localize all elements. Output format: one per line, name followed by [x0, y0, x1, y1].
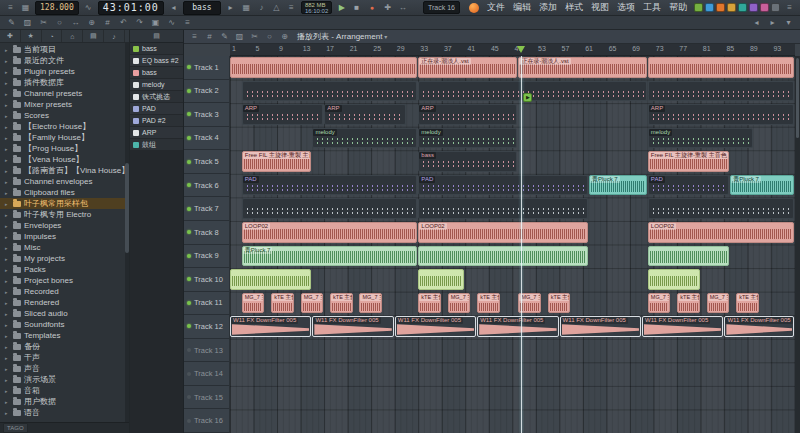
arrow-left-icon[interactable]: ◂ [750, 17, 763, 29]
clip[interactable]: kTE 主音 [548, 293, 571, 314]
track-header[interactable]: Track 15 [184, 386, 229, 410]
clip[interactable] [648, 81, 794, 102]
clip[interactable]: W11 FX DownFilter 005 [642, 316, 723, 337]
track-header[interactable]: Track 3 [184, 103, 229, 127]
track-header[interactable]: Track 7 [184, 197, 229, 221]
clip[interactable]: Free FIL 主旋律-重製 主音色 主題 [242, 151, 312, 172]
browser-item[interactable]: ▸Envelopes [0, 220, 129, 231]
track-led-icon[interactable] [187, 183, 191, 187]
track-header[interactable]: Track 4 [184, 127, 229, 151]
toolbar-shortcut-icon[interactable] [705, 3, 714, 12]
mute-icon[interactable]: ○ [53, 17, 66, 29]
clip[interactable]: 青Pluck 7 [589, 175, 647, 196]
clip[interactable]: MG_7 主音 [707, 293, 730, 314]
clip[interactable]: 正在录-潮淡人.vst [518, 57, 646, 78]
track-header[interactable]: Track 9 [184, 245, 229, 269]
track-led-icon[interactable] [187, 207, 191, 211]
browser-item[interactable]: ▸Channel envelopes [0, 176, 129, 187]
browser-item[interactable]: ▸叶子枫专用 Electro [0, 209, 129, 220]
browser-item[interactable]: ▸Plugin presets [0, 66, 129, 77]
pattern-item[interactable]: bass [130, 67, 183, 79]
slip-icon[interactable]: ↔ [69, 17, 82, 29]
browser-item[interactable]: ▸演示场景 [0, 374, 129, 385]
track-led-icon[interactable] [187, 324, 191, 328]
track-led-icon[interactable] [187, 160, 191, 164]
clip[interactable]: W11 FX DownFilter 005 [477, 316, 558, 337]
more-menu-icon[interactable]: ≡ [783, 2, 796, 14]
track-header[interactable]: Track 10 [184, 268, 229, 292]
menu-item[interactable]: 帮助 [665, 0, 691, 15]
clip[interactable]: melody [312, 128, 417, 149]
toolbar-shortcut-icon[interactable] [749, 3, 758, 12]
clip[interactable]: PAD [648, 175, 729, 196]
playhead-marker-icon[interactable] [517, 46, 525, 53]
toolbar-shortcut-icon[interactable] [760, 3, 769, 12]
slip-icon[interactable]: ↔ [396, 2, 409, 14]
clip[interactable]: W11 FX DownFilter 005 [230, 316, 311, 337]
timeline-ruler[interactable]: 1591317212529333741454953576165697377818… [230, 44, 795, 56]
playlist-scrollbar[interactable] [795, 56, 800, 433]
browser-item[interactable]: ▸最近的文件 [0, 55, 129, 66]
undo-icon[interactable]: ↶ [117, 17, 130, 29]
browser-item[interactable]: ▸声音 [0, 363, 129, 374]
clip[interactable]: W11 FX DownFilter 005 [560, 316, 641, 337]
track-header[interactable]: Track 6 [184, 174, 229, 198]
track-header[interactable]: Track 11 [184, 292, 229, 316]
clip[interactable]: melody [418, 128, 517, 149]
clip[interactable]: 青Pluck 7 [242, 246, 418, 267]
clip[interactable]: LOOP02 [242, 222, 418, 243]
track-header[interactable]: Track 12 [184, 315, 229, 339]
folder-icon[interactable]: ▤ [83, 30, 104, 42]
browser-scroll-thumb[interactable] [125, 163, 129, 253]
browser-item[interactable]: ▸Scores [0, 110, 129, 121]
plus-icon[interactable]: ✚ [0, 30, 21, 42]
plus-icon[interactable]: ✚ [381, 2, 394, 14]
clip[interactable]: ARP [648, 104, 794, 125]
clip[interactable] [230, 57, 417, 78]
pattern-item[interactable]: bass [130, 43, 183, 55]
zoom-icon[interactable]: ⊕ [278, 31, 291, 43]
toolbar-shortcut-icon[interactable] [771, 3, 780, 12]
clip[interactable]: MG_7 主音 [359, 293, 382, 314]
clip[interactable] [648, 198, 794, 219]
pattern-item[interactable]: PAD #2 [130, 115, 183, 127]
clip[interactable]: 正在录-潮淡人.vst [418, 57, 517, 78]
clip[interactable]: kTE 主音 [330, 293, 353, 314]
browser-item[interactable]: ▸备份 [0, 341, 129, 352]
menu-item[interactable]: 添加 [535, 0, 561, 15]
browser-item[interactable]: ▸Impulses [0, 231, 129, 242]
cut-icon[interactable]: ✂ [248, 31, 261, 43]
browser-item[interactable]: ▸Project bones [0, 275, 129, 286]
arrow-right-icon[interactable]: ▸ [766, 17, 779, 29]
pattern-selector[interactable]: bass [183, 1, 221, 15]
clip[interactable] [230, 269, 311, 290]
browser-item[interactable]: ▸Packs [0, 264, 129, 275]
browser-item[interactable]: ▸当前项目 [0, 44, 129, 55]
menu-item[interactable]: 样式 [561, 0, 587, 15]
clip[interactable]: ARP [324, 104, 405, 125]
browser-item[interactable]: ▸插件数据库 [0, 77, 129, 88]
playmarker-icon[interactable]: ▶ [523, 93, 532, 102]
clip[interactable]: MG_7 主音 [448, 293, 471, 314]
track-header[interactable]: Track 16 [184, 409, 229, 433]
clip[interactable] [648, 246, 729, 267]
caret-down-icon[interactable]: ▾ [782, 17, 795, 29]
track-header[interactable]: Track 5 [184, 150, 229, 174]
clip[interactable] [418, 198, 588, 219]
browser-item[interactable]: ▸Mixer presets [0, 99, 129, 110]
track-led-icon[interactable] [187, 372, 191, 376]
pencil-icon[interactable]: ✎ [5, 17, 18, 29]
pattern-item[interactable]: melody [130, 79, 183, 91]
snap-icon[interactable]: # [203, 31, 216, 43]
clip[interactable]: PAD [242, 175, 418, 196]
clip[interactable] [418, 81, 647, 102]
track-led-icon[interactable] [187, 254, 191, 258]
track-header[interactable]: Track 13 [184, 339, 229, 363]
keyboard-icon[interactable]: ▦ [240, 2, 253, 14]
clip[interactable]: ARP [242, 104, 323, 125]
star-icon[interactable]: ★ [21, 30, 42, 42]
clip[interactable]: kTE 主音 [477, 293, 500, 314]
playlist-title[interactable]: 播放列表 - Arrangement [297, 31, 382, 42]
toolbar-shortcut-icon[interactable] [738, 3, 747, 12]
clip[interactable]: bass [418, 151, 517, 172]
